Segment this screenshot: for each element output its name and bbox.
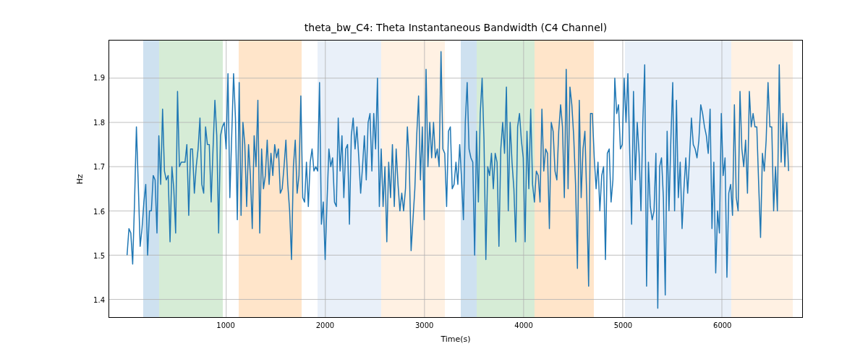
plot-area [109, 40, 803, 318]
y-axis-label: Hz [72, 40, 87, 318]
gridlines [109, 41, 802, 317]
x-tick-label: 5000 [614, 321, 632, 329]
x-tick-label: 2000 [316, 321, 334, 329]
y-tick-label: 1.5 [87, 251, 105, 259]
x-axis-label: Time(s) [109, 334, 803, 344]
figure: theta_bw_C4: Theta Instantaneous Bandwid… [0, 0, 868, 362]
chart-title: theta_bw_C4: Theta Instantaneous Bandwid… [109, 22, 803, 33]
y-tick-label: 1.6 [87, 207, 105, 215]
y-tick-label: 1.9 [87, 74, 105, 82]
y-tick-label: 1.8 [87, 118, 105, 126]
y-tick-label: 1.4 [87, 296, 105, 304]
x-tick-label: 3000 [415, 321, 433, 329]
x-tick-label: 1000 [216, 321, 234, 329]
y-tick-label: 1.7 [87, 163, 105, 171]
plot-svg [109, 41, 802, 317]
x-tick-label: 6000 [713, 321, 731, 329]
x-tick-label: 4000 [514, 321, 532, 329]
